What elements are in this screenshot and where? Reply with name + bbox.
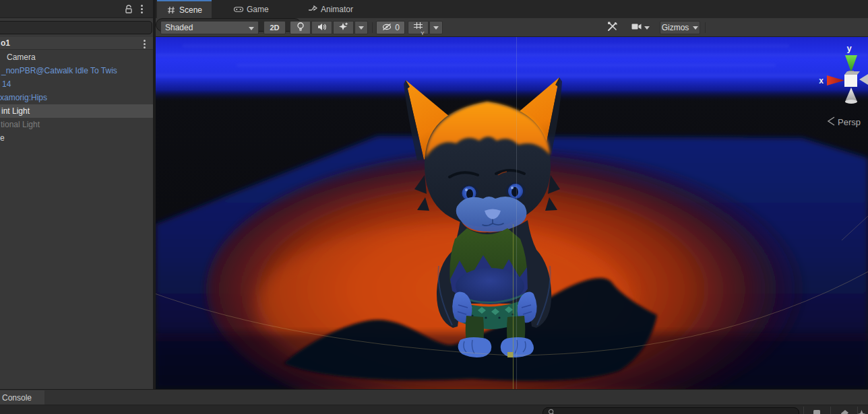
unlock-icon[interactable] (124, 4, 133, 16)
gizmos-label: Gizmos (662, 23, 689, 32)
shading-mode-label: Shaded (165, 23, 193, 32)
chevron-down-icon (644, 26, 650, 30)
hierarchy-panel-header (0, 0, 153, 18)
console-tab-label: Console (2, 393, 32, 403)
2d-label: 2D (270, 24, 279, 32)
grid-visibility-button[interactable]: Y (408, 21, 429, 34)
scene-render: y x Persp (156, 37, 868, 389)
gizmo-y-label: y (846, 43, 852, 53)
effects-toggle-button[interactable] (333, 21, 354, 34)
gizmo-x-label: x (819, 76, 824, 85)
hierarchy-item[interactable]: e (0, 131, 153, 145)
console-error-toggle[interactable] (855, 407, 868, 414)
scene-menu-icon[interactable] (140, 38, 148, 49)
hierarchy-list: Camera _nonPBR@Catwalk Idle To Twis 14 x… (0, 50, 153, 145)
hierarchy-panel: o1 Camera _nonPBR@Catwalk Idle To Twis 1… (0, 0, 153, 389)
scene-tools-button[interactable] (602, 21, 623, 34)
console-toolbar (0, 405, 868, 414)
chevron-down-icon (693, 26, 698, 30)
gamepad-icon (234, 5, 243, 14)
scene-name-label: o1 (1, 38, 10, 48)
console-star-icon (857, 409, 867, 414)
gizmo-neg-y-base (845, 100, 857, 104)
console-tag-icon (840, 409, 850, 414)
grid-axis-icon: Y (414, 22, 423, 34)
chevron-down-icon (249, 27, 254, 30)
speaker-icon (317, 23, 327, 33)
gizmos-dropdown[interactable]: Gizmos (660, 21, 700, 34)
tab-game-label: Game (247, 5, 269, 14)
camera-icon (631, 23, 642, 32)
hierarchy-search-row (0, 18, 153, 37)
tab-scene-label: Scene (179, 5, 202, 15)
tab-game[interactable]: Game (224, 0, 278, 18)
effects-sparkle-icon (339, 22, 348, 33)
console-message-icon (813, 409, 823, 414)
unity-editor-window: o1 Camera _nonPBR@Catwalk Idle To Twis 1… (0, 0, 868, 414)
scene-grid-icon (166, 5, 176, 15)
character-left-foot (458, 337, 492, 357)
gizmo-handle-square[interactable] (507, 352, 513, 357)
scene-header-row[interactable]: o1 (0, 37, 153, 50)
hierarchy-item[interactable]: tional Light (0, 118, 153, 131)
console-search-field[interactable] (542, 407, 799, 414)
sky-band (156, 37, 868, 102)
scene-viewport[interactable]: y x Persp (156, 37, 868, 389)
search-icon (548, 409, 555, 414)
animator-icon (308, 5, 317, 14)
panel-menu-icon[interactable] (137, 3, 146, 14)
wrench-screwdriver-icon (607, 22, 618, 34)
hierarchy-item[interactable]: xamorig:Hips (0, 91, 153, 104)
hierarchy-item[interactable]: Camera (0, 50, 153, 64)
chevron-down-icon (433, 26, 439, 30)
tab-scene[interactable]: Scene (157, 0, 212, 18)
tab-animator[interactable]: Animator (299, 0, 363, 18)
2d-toggle-button[interactable]: 2D (264, 21, 286, 34)
console-warning-toggle[interactable] (831, 407, 858, 414)
console-info-toggle[interactable] (804, 407, 831, 414)
lighting-toggle-button[interactable] (290, 21, 311, 34)
tab-console[interactable]: Console (0, 390, 44, 405)
grid-dropdown-button[interactable] (429, 21, 443, 34)
hierarchy-item-selected[interactable]: int Light (0, 104, 153, 118)
camera-settings-button[interactable] (625, 21, 655, 34)
audio-toggle-button[interactable] (311, 21, 332, 34)
hierarchy-item[interactable]: _nonPBR@Catwalk Idle To Twis (0, 64, 153, 77)
console-tab-bar: Console (0, 389, 868, 405)
lightbulb-icon (297, 22, 305, 34)
grid-axis-letter: Y (421, 30, 424, 36)
view-tabstrip: Scene Game Animator (156, 0, 868, 18)
chevron-down-icon (359, 26, 364, 30)
eye-hidden-icon (381, 23, 392, 33)
hidden-count-label: 0 (395, 23, 400, 32)
shading-mode-dropdown[interactable]: Shaded (160, 21, 259, 34)
gizmo-cube-top (844, 71, 860, 75)
effects-dropdown-button[interactable] (354, 21, 368, 34)
tab-animator-label: Animator (321, 5, 353, 14)
projection-label[interactable]: Persp (838, 117, 861, 127)
hierarchy-item[interactable]: 14 (0, 77, 153, 91)
scene-toolbar: Shaded 2D (156, 18, 868, 37)
hierarchy-search-input[interactable] (0, 21, 152, 34)
gizmo-cube[interactable] (844, 75, 857, 87)
hidden-objects-toggle[interactable]: 0 (376, 21, 405, 34)
